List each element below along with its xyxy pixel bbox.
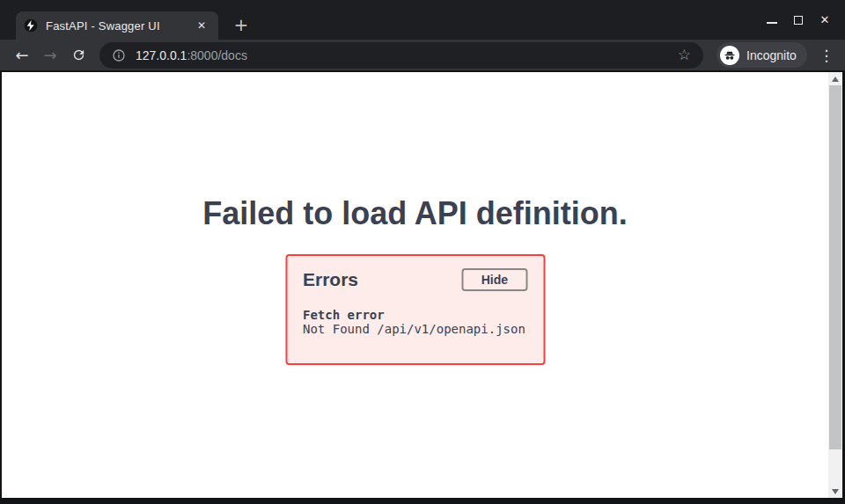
menu-button[interactable]: ⋮ — [815, 43, 838, 68]
browser-tab[interactable]: FastAPI - Swagger UI ✕ — [16, 11, 218, 40]
tab-close-icon[interactable]: ✕ — [194, 18, 209, 33]
titlebar: FastAPI - Swagger UI ✕ + ✕ — [0, 0, 845, 40]
error-item: Fetch error Not Found /api/v1/openapi.js… — [303, 308, 527, 336]
incognito-icon — [720, 46, 739, 65]
error-heading: Failed to load API definition. — [2, 196, 828, 231]
minimize-button[interactable] — [759, 7, 785, 33]
browser-window: { "browser": { "tab_title": "FastAPI - S… — [0, 0, 845, 504]
maximize-button[interactable] — [785, 7, 812, 33]
window-close-button[interactable]: ✕ — [812, 7, 838, 33]
browser-toolbar: ← → 127.0.0.1:8000/docs ☆ — [0, 40, 845, 70]
window-controls: ✕ — [759, 0, 838, 40]
error-message: Not Found /api/v1/openapi.json — [303, 322, 527, 336]
plus-icon: + — [234, 14, 249, 35]
errors-title: Errors — [303, 269, 358, 290]
fastapi-favicon-icon — [24, 18, 38, 33]
address-bar[interactable]: 127.0.0.1:8000/docs ☆ — [99, 42, 703, 69]
hide-errors-button[interactable]: Hide — [462, 268, 527, 291]
window-close-icon: ✕ — [820, 13, 830, 26]
scrollbar-thumb[interactable] — [829, 85, 841, 449]
triangle-down-icon — [832, 489, 839, 494]
reload-icon — [71, 47, 86, 62]
url-text[interactable]: 127.0.0.1:8000/docs — [136, 48, 247, 62]
swagger-page: Failed to load API definition. Errors Hi… — [2, 72, 828, 498]
triangle-up-icon — [832, 77, 839, 82]
reload-button[interactable] — [66, 43, 91, 68]
bookmark-star-icon[interactable]: ☆ — [678, 47, 691, 62]
scroll-down-button[interactable] — [828, 485, 842, 498]
back-button[interactable]: ← — [10, 43, 34, 68]
kebab-icon: ⋮ — [819, 47, 834, 64]
url-host: 127.0.0.1 — [136, 48, 187, 62]
scrollbar[interactable] — [828, 72, 842, 498]
minimize-icon — [767, 22, 777, 24]
forward-button[interactable]: → — [38, 43, 62, 68]
page-viewport: Failed to load API definition. Errors Hi… — [0, 70, 845, 504]
scroll-up-button[interactable] — [828, 72, 842, 85]
error-source: Fetch error — [303, 308, 527, 322]
url-path: :8000/docs — [187, 48, 247, 62]
arrow-left-icon: ← — [15, 47, 28, 63]
incognito-label: Incognito — [746, 48, 797, 62]
tab-title: FastAPI - Swagger UI — [46, 19, 194, 33]
arrow-right-icon: → — [43, 47, 56, 63]
incognito-badge: Incognito — [716, 42, 807, 68]
errors-panel-header: Errors Hide — [303, 267, 527, 293]
maximize-icon — [794, 16, 803, 25]
errors-panel: Errors Hide Fetch error Not Found /api/v… — [285, 254, 545, 365]
new-tab-button[interactable]: + — [229, 11, 254, 38]
site-info-icon[interactable] — [112, 48, 126, 62]
